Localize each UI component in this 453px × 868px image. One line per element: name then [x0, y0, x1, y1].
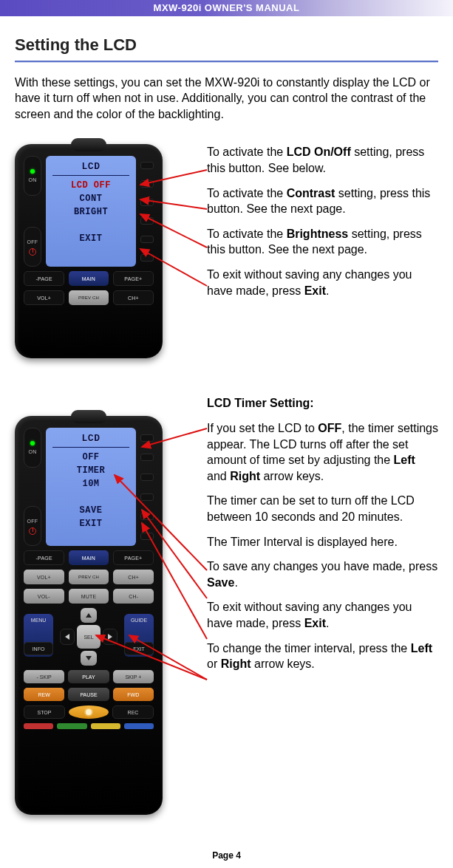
- skip-plus-button[interactable]: SKIP +: [113, 670, 154, 683]
- off-button[interactable]: OFF: [24, 227, 41, 267]
- softkeys-right-2: [140, 428, 154, 546]
- softkey[interactable]: [140, 454, 154, 461]
- intro-paragraph: With these settings, you can set the MXW…: [15, 75, 438, 123]
- callout-2-3: The Timer Interval is displayed here.: [207, 534, 438, 550]
- arrow-up-button[interactable]: [81, 608, 97, 623]
- callout-1-2: To activate the Contrast setting, press …: [207, 185, 438, 217]
- page-minus-button[interactable]: -PAGE: [24, 271, 64, 286]
- macro-blue-button[interactable]: [124, 723, 154, 729]
- arrow-left-button[interactable]: [60, 629, 75, 645]
- header-text: MXW-920i OWNER'S MANUAL: [154, 2, 300, 13]
- explain-col-2: LCD Timer Setting: If you set the LCD to…: [207, 395, 438, 671]
- on-button[interactable]: ON: [24, 428, 41, 468]
- callout-2-5: To exit without saving any changes you h…: [207, 599, 438, 631]
- arrow-down-button[interactable]: [81, 651, 97, 666]
- rew-button[interactable]: REW: [24, 688, 64, 701]
- page-footer: Page 4: [0, 842, 453, 868]
- lcd-line-timer: TIMER: [77, 464, 106, 477]
- rec-button[interactable]: REC: [112, 705, 154, 719]
- arrow-right-button[interactable]: [103, 629, 117, 645]
- callout-2-4: To save any changes you have made, press…: [207, 558, 438, 590]
- lcd-line-exit: EXIT: [80, 232, 103, 245]
- callout-2-1: If you set the LCD to OFF, the timer set…: [207, 420, 438, 484]
- softkey[interactable]: [140, 434, 154, 442]
- vol-plus-button[interactable]: VOL+: [24, 570, 64, 584]
- softkey[interactable]: [140, 533, 154, 540]
- prevch-button[interactable]: PREV CH: [69, 290, 108, 305]
- softkey[interactable]: [140, 236, 154, 243]
- skip-minus-button[interactable]: - SKIP: [24, 670, 64, 683]
- page-minus-button[interactable]: -PAGE: [24, 550, 64, 565]
- softkey[interactable]: [140, 474, 154, 481]
- ch-minus-button[interactable]: CH-: [113, 589, 154, 604]
- softkey[interactable]: [140, 513, 154, 520]
- lcd-line-lcdoff: LCD OFF: [71, 179, 111, 192]
- title-rule: [15, 61, 438, 63]
- lcd-screen-1: LCD LCD OFF CONT BRIGHT EXIT: [46, 156, 136, 267]
- lcd-line-cont: CONT: [80, 192, 103, 205]
- page-plus-button[interactable]: PAGE+: [113, 550, 154, 565]
- exit-button[interactable]: EXIT: [124, 642, 154, 655]
- off-button[interactable]: OFF: [24, 506, 41, 546]
- macro-yellow-button[interactable]: [91, 723, 120, 729]
- callout-2-2: The timer can be set to turn off the LCD…: [207, 493, 438, 524]
- callout-1-1: To activate the LCD On/Off setting, pres…: [207, 144, 438, 176]
- ch-plus-button[interactable]: CH+: [113, 290, 154, 305]
- mute-button[interactable]: MUTE: [69, 589, 109, 604]
- backlight-button[interactable]: [69, 705, 109, 719]
- vol-plus-button[interactable]: VOL+: [24, 290, 64, 305]
- lcd-line-save: SAVE: [80, 504, 103, 517]
- remote-image-2: ON OFF LCD OFF TIMER 10M: [15, 416, 163, 815]
- fwd-button[interactable]: FWD: [113, 688, 154, 701]
- softkey[interactable]: [140, 217, 154, 225]
- lcd-line-bright: BRIGHT: [74, 205, 108, 219]
- ch-plus-button[interactable]: CH+: [113, 570, 154, 584]
- main-button[interactable]: MAIN: [69, 271, 108, 286]
- main-button[interactable]: MAIN: [69, 550, 108, 565]
- on-led-icon: [30, 441, 35, 445]
- lcd-screen-2: LCD OFF TIMER 10M SAVE EXIT: [46, 428, 136, 546]
- info-button[interactable]: INFO: [24, 642, 53, 655]
- page-plus-button[interactable]: PAGE+: [113, 271, 154, 286]
- softkey[interactable]: [140, 493, 154, 501]
- lcd-line-10m: 10M: [82, 477, 99, 491]
- select-button[interactable]: SEL: [77, 625, 101, 649]
- stop-button[interactable]: STOP: [24, 705, 65, 719]
- power-icon: [29, 527, 36, 535]
- play-button[interactable]: PLAY: [68, 670, 109, 683]
- pause-button[interactable]: PAUSE: [68, 688, 109, 701]
- lcd-line-exit: EXIT: [80, 517, 103, 530]
- callout-1-4: To exit without saving any changes you h…: [207, 267, 438, 298]
- softkey[interactable]: [140, 199, 154, 206]
- on-button[interactable]: ON: [24, 156, 41, 196]
- vol-minus-button[interactable]: VOL-: [24, 589, 64, 604]
- explain-col-1: To activate the LCD On/Off setting, pres…: [207, 144, 438, 298]
- softkeys-right-1: [140, 156, 154, 267]
- macro-red-button[interactable]: [24, 723, 53, 729]
- remote-image-1: ON OFF LCD LCD OFF CONT BRIGHT: [15, 144, 163, 358]
- power-icon: [29, 248, 36, 256]
- lcd-line-off: OFF: [82, 451, 99, 464]
- on-led-icon: [30, 169, 35, 174]
- nav-cluster: MENU GUIDE INFO EXIT SEL: [24, 608, 154, 666]
- softkey[interactable]: [140, 162, 154, 169]
- page-title: Setting the LCD: [15, 34, 438, 56]
- macro-color-row: [24, 723, 154, 729]
- header-bar: MXW-920i OWNER'S MANUAL: [0, 0, 453, 16]
- lcd-timer-heading: LCD Timer Setting:: [207, 395, 438, 411]
- macro-green-button[interactable]: [57, 723, 86, 729]
- prevch-button[interactable]: PREV CH: [69, 570, 109, 584]
- callout-2-6: To change the timer interval, press the …: [207, 640, 438, 672]
- softkey[interactable]: [140, 180, 154, 188]
- softkey[interactable]: [140, 254, 154, 262]
- callout-1-3: To activate the Brightness setting, pres…: [207, 226, 438, 258]
